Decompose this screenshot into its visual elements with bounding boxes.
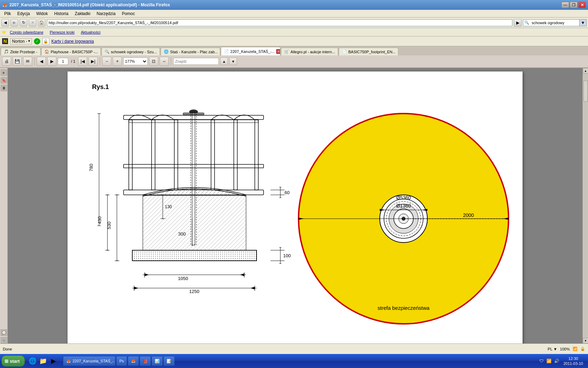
bookmark-aktualnosci[interactable]: Aktualności <box>78 29 103 35</box>
search-box: 🔍 ▼ <box>523 19 587 26</box>
menu-edycja[interactable]: Edycja <box>14 11 33 17</box>
address-input[interactable] <box>47 19 512 26</box>
norton-green-check[interactable]: ✓ <box>34 38 40 45</box>
sidebar-nav-icon[interactable]: ≡ <box>1 69 7 76</box>
svg-marker-63 <box>251 287 255 289</box>
titlebar: 🦊 2207_Karuzela_STAŚ_-_IM20100514.pdf (O… <box>0 0 588 10</box>
tab-5[interactable]: 🛒 Allegro.pl - aukcje intern... <box>281 48 338 55</box>
taskbar-firefox2[interactable]: 🦊 <box>128 356 139 366</box>
menu-historia[interactable]: Historia <box>51 11 71 17</box>
pdf-email-button[interactable]: ✉ <box>23 57 32 66</box>
find-input[interactable] <box>173 58 219 65</box>
scroll-track[interactable] <box>583 74 588 338</box>
taskbar-word[interactable]: 📝 <box>163 356 175 366</box>
bookmark-pierwsze[interactable]: Pierwsze kroki <box>47 29 77 35</box>
scroll-down-arrow[interactable]: ▼ <box>583 338 588 343</box>
menu-widok[interactable]: Widok <box>33 11 50 17</box>
svg-text:1250: 1250 <box>189 289 200 294</box>
main-area: ≡ 🔖 ≣ 💬 📎 Rys.1 780 <box>0 68 588 343</box>
svg-rect-8 <box>129 120 258 123</box>
quick-launch-explorer[interactable]: 📁 <box>38 356 48 366</box>
reload-button[interactable]: ↻ <box>20 19 27 27</box>
pdf-fitpage-button[interactable]: ⊡ <box>149 57 158 66</box>
search-submit-button[interactable]: ▼ <box>579 20 586 26</box>
pdf-zoomin-button[interactable]: + <box>113 57 122 66</box>
pdf-next-button[interactable]: ▶ <box>47 57 56 66</box>
back-button[interactable]: ◀ <box>1 19 9 27</box>
page-number-input[interactable] <box>58 58 68 65</box>
tab-favicon-0: 🎵 <box>4 49 9 54</box>
tab-2[interactable]: 🔍 schowek ogrodowy - Szu... <box>102 48 160 55</box>
forward-button[interactable]: ▶ <box>10 19 18 27</box>
scroll-up-arrow[interactable]: ▲ <box>583 68 588 74</box>
pdf-print-button[interactable]: 🖨 <box>2 57 11 66</box>
find-next-button[interactable]: ▼ <box>229 57 237 65</box>
pdf-prev-button[interactable]: ◀ <box>37 57 46 66</box>
windows-logo-icon: ⊞ <box>5 359 8 364</box>
find-prev-button[interactable]: ▲ <box>220 57 228 65</box>
tab-label-3: Staś - Karuzele - Plac zab... <box>170 50 218 54</box>
pdf-save-button[interactable]: 💾 <box>13 57 22 66</box>
taskbar-excel[interactable]: 📊 <box>152 356 163 366</box>
taskbar-firefox-label: 2207_Karuzela_STAŚ_-... <box>72 359 115 363</box>
restore-button[interactable]: ❐ <box>570 2 578 8</box>
taskbar-excel-icon: 📊 <box>155 359 160 363</box>
sidebar-bookmark-icon[interactable]: 🔖 <box>1 77 7 83</box>
taskbar-photoshop[interactable]: Ps <box>116 356 127 366</box>
titlebar-controls[interactable]: — ❐ ✕ <box>561 2 586 8</box>
norton-dropdown[interactable]: Norton - ▼ <box>10 38 31 45</box>
pdf-fitwidth-button[interactable]: ↔ <box>160 57 169 66</box>
tab-0[interactable]: 🎵 Złote Przeboje - <box>1 48 41 55</box>
sidebar-comment-icon[interactable]: 💬 <box>1 329 7 336</box>
tab-3[interactable]: 🌐 Staś - Karuzele - Plac zab... <box>161 48 220 55</box>
svg-rect-14 <box>255 120 258 190</box>
quick-launch-ie[interactable]: 🌐 <box>28 356 37 366</box>
sidebar-attach-icon[interactable]: 📎 <box>1 337 7 343</box>
sidebar-layers-icon[interactable]: ≣ <box>1 85 7 91</box>
pdf-zoomout-button[interactable]: − <box>102 57 111 66</box>
start-button[interactable]: ⊞ start <box>1 355 25 367</box>
menu-narzedzia[interactable]: Narzędzia <box>94 11 118 17</box>
tab-6[interactable]: 📄 BASIC750P_footprint_EN... <box>339 48 398 55</box>
menubar: Plik Edycja Widok Historia Zakładki Narz… <box>0 10 588 18</box>
taskbar-acrobat[interactable]: 📕 <box>140 356 151 366</box>
svg-text:100: 100 <box>283 253 291 258</box>
minimize-button[interactable]: — <box>561 2 569 8</box>
taskbar: ⊞ start 🌐 📁 ▶ 🦊 2207_Karuzela_STAŚ_-... … <box>0 354 588 368</box>
tab-1[interactable]: 🏠 Playhouse - BASIC750P -... <box>41 48 101 55</box>
norton-cards-label[interactable]: Karty i dane logowania <box>51 39 94 44</box>
bookmark-czesto[interactable]: Często odwiedzane <box>7 29 46 35</box>
tray-network[interactable]: 📶 <box>546 358 552 364</box>
scroll-thumb[interactable] <box>583 81 588 102</box>
addressbar: ◀ ▶ ↻ ✕ 🏠 ▶ 🔍 ▼ <box>0 18 588 28</box>
taskbar-firefox[interactable]: 🦊 2207_Karuzela_STAŚ_-... <box>63 356 115 366</box>
menu-zakladki[interactable]: Zakładki <box>72 11 93 17</box>
pdf-last-button[interactable]: ▶| <box>89 57 98 66</box>
bookmarksbar: ⭐ Często odwiedzane Pierwsze kroki Aktua… <box>0 28 588 36</box>
home-button[interactable]: 🏠 <box>38 19 46 27</box>
separator-3 <box>171 57 171 66</box>
pdf-content-area[interactable]: Rys.1 780 <box>8 68 582 343</box>
search-input[interactable] <box>530 20 579 26</box>
tray-volume[interactable]: 🔊 <box>554 358 560 364</box>
menu-pomoc[interactable]: Pomoc <box>119 11 138 17</box>
tray-norton[interactable]: 🛡 <box>538 358 545 364</box>
svg-text:530: 530 <box>106 222 112 229</box>
tab-4[interactable]: 📄 2207_Karuzela_STAŚ_-... ✕ <box>221 47 280 55</box>
status-icon-2: 🔒 <box>580 347 585 351</box>
menu-plik[interactable]: Plik <box>1 11 14 17</box>
firefox-favicon: 🦊 <box>2 2 7 7</box>
tab-favicon-5: 🛒 <box>284 49 289 54</box>
quick-launch-media[interactable]: ▶ <box>49 356 58 366</box>
norton-lock-icon[interactable]: 🔒 <box>42 38 49 45</box>
pdf-first-button[interactable]: |◀ <box>78 57 87 66</box>
right-scrollbar[interactable]: ▲ ▼ <box>582 68 588 343</box>
close-button[interactable]: ✕ <box>578 2 586 8</box>
svg-rect-9 <box>129 120 132 190</box>
stop-button[interactable]: ✕ <box>29 19 36 27</box>
pdf-toolbar: 🖨 💾 ✉ ◀ ▶ / 1 |◀ ▶| − + 177% 100% 150% 2… <box>0 55 588 68</box>
zoom-select[interactable]: 177% 100% 150% 200% <box>123 57 148 65</box>
tab-close-4[interactable]: ✕ <box>276 49 280 54</box>
go-button[interactable]: ▶ <box>514 19 522 27</box>
tab-favicon-4: 📄 <box>224 49 229 54</box>
